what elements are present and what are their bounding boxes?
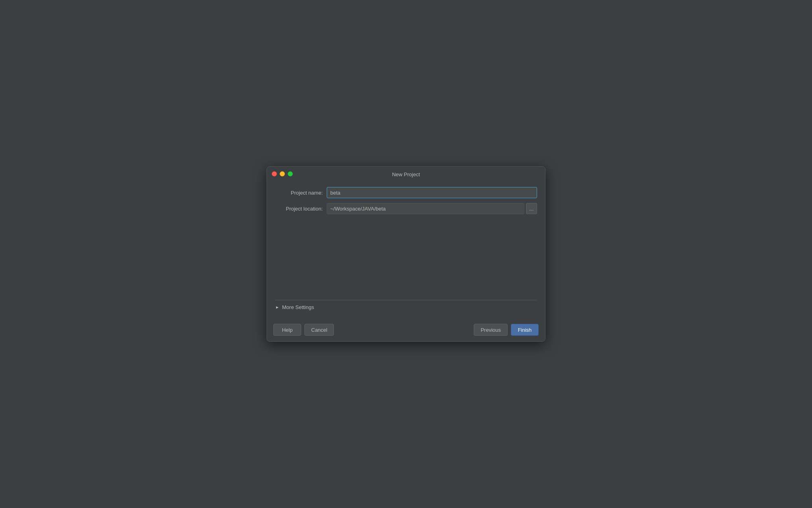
traffic-lights (272, 171, 293, 176)
footer-right: Previous Finish (474, 324, 539, 336)
footer-left: Help Cancel (273, 324, 334, 336)
dialog-footer: Help Cancel Previous Finish (267, 320, 545, 341)
finish-button[interactable]: Finish (511, 324, 539, 336)
new-project-dialog: New Project Project name: Project locati… (267, 166, 545, 342)
help-button[interactable]: Help (273, 324, 301, 336)
project-location-label: Project location: (275, 206, 327, 212)
more-settings-toggle[interactable]: ► More Settings (275, 304, 537, 310)
cancel-button[interactable]: Cancel (304, 324, 334, 336)
project-location-input[interactable] (327, 203, 524, 214)
browse-button[interactable]: ... (526, 203, 537, 214)
more-settings-label: More Settings (282, 304, 314, 310)
spacer (275, 219, 537, 300)
previous-button[interactable]: Previous (474, 324, 508, 336)
close-button[interactable] (272, 171, 277, 176)
project-name-input[interactable] (327, 187, 537, 198)
window-title: New Project (392, 171, 420, 177)
project-name-label: Project name: (275, 190, 327, 196)
dialog-content: Project name: Project location: ... ► Mo… (267, 181, 545, 320)
minimize-button[interactable] (280, 171, 285, 176)
maximize-button[interactable] (288, 171, 293, 176)
more-settings-section: ► More Settings (275, 300, 537, 313)
project-location-row: Project location: ... (275, 203, 537, 214)
chevron-right-icon: ► (275, 305, 280, 310)
project-name-row: Project name: (275, 187, 537, 198)
title-bar: New Project (267, 167, 545, 181)
